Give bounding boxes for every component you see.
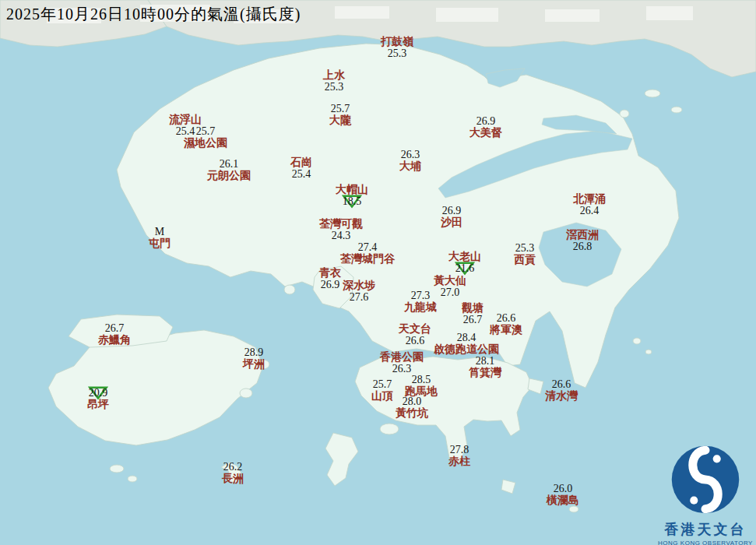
station-name: 黃大仙 <box>434 275 466 287</box>
station-label: 26.9大美督 <box>469 115 502 139</box>
station-label: 26.3大埔 <box>399 149 421 172</box>
hko-logo-icon <box>670 444 741 515</box>
station-label: 深水埗27.6 <box>343 280 375 303</box>
station-name: 濕地公園 <box>184 137 227 149</box>
station-temp: 26.9 <box>469 115 502 127</box>
station-name: 青衣 <box>319 267 341 279</box>
station-label: 28.1筲箕灣 <box>469 355 501 378</box>
station-name: 橫瀾島 <box>547 494 579 506</box>
station-name: 赤柱 <box>448 455 470 467</box>
station-label: 27.3九龍城 <box>404 290 437 313</box>
station-name: 北潭涌 <box>573 193 606 205</box>
station-label: 北潭涌26.4 <box>573 193 606 216</box>
station-label: 石崗25.4 <box>290 156 312 180</box>
station-temp: 25.4 <box>290 168 312 180</box>
station-name: 香港公園 <box>380 351 424 363</box>
station-name: 屯門 <box>149 237 171 249</box>
station-temp: 26.8 <box>566 241 599 252</box>
hko-logo-text-zh: 香港天文台 <box>648 520 756 539</box>
station-label: 大老山21.6 <box>448 251 481 274</box>
station-name: 赤鱲角 <box>98 334 131 346</box>
station-name: 深水埗 <box>343 280 375 291</box>
station-temp: 26.9 <box>319 279 341 290</box>
station-temp: 28.4 <box>434 332 499 343</box>
station-temp: 27.3 <box>404 290 437 301</box>
station-temp: 24.3 <box>319 230 363 241</box>
station-temp: 26.6 <box>399 335 431 346</box>
station-name: 打鼓嶺 <box>381 36 413 47</box>
station-name: 啟德跑道公園 <box>434 343 499 355</box>
station-label: 28.9坪洲 <box>243 346 265 370</box>
station-temp: 21.6 <box>448 262 481 274</box>
station-name: 大埔 <box>399 160 421 172</box>
station-temp: 27.0 <box>434 287 466 298</box>
station-name: 九龍城 <box>404 301 437 313</box>
station-name: 長洲 <box>222 473 244 484</box>
station-temp: 26.6 <box>490 312 522 324</box>
station-name: 沙田 <box>441 216 462 228</box>
station-temp: M <box>149 226 171 237</box>
station-label: 香港公園26.3 <box>380 351 424 374</box>
station-name: 觀塘 <box>462 302 483 314</box>
station-name: 元朗公園 <box>207 170 251 181</box>
station-labels-layer: 打鼓嶺25.3上水25.325.7大隴流浮山25.425.7濕地公園26.9大美… <box>0 0 756 545</box>
station-label: 26.1元朗公園 <box>207 158 251 181</box>
station-temp: 26.3 <box>399 149 421 160</box>
station-name: 天文台 <box>399 323 431 335</box>
station-label: 青衣26.9 <box>319 267 341 290</box>
station-label: 26.2長洲 <box>222 461 244 484</box>
station-name: 昂坪 <box>87 399 109 410</box>
station-label: 25.7濕地公園 <box>184 125 227 149</box>
station-label: 28.0黃竹坑 <box>396 396 428 419</box>
station-name: 流浮山 <box>169 114 202 125</box>
station-temp: 26.9 <box>441 205 462 216</box>
station-temp: 26.4 <box>573 205 606 216</box>
station-name: 石崗 <box>290 156 312 168</box>
station-temp: 26.0 <box>547 483 579 494</box>
hko-logo: 香港天文台 HONG KONG OBSERVATORY <box>648 444 756 545</box>
station-label: 25.3西貢 <box>514 242 536 265</box>
station-label: 打鼓嶺25.3 <box>381 36 413 59</box>
hko-logo-text-en: HONG KONG OBSERVATORY <box>648 540 756 545</box>
station-name: 大隴 <box>329 114 351 126</box>
station-name: 山頂 <box>371 390 393 402</box>
station-name: 坪洲 <box>243 358 265 370</box>
station-name: 大美督 <box>469 127 502 139</box>
station-temp: 25.3 <box>381 47 413 59</box>
station-temp: 20.9 <box>87 387 109 399</box>
temperature-map-screen: 2025年10月26日10時00分的氣溫(攝氏度) 打鼓嶺25.3上水25.32… <box>0 0 756 545</box>
station-temp: 25.7 <box>184 125 227 137</box>
station-label: 26.7赤鱲角 <box>98 322 131 346</box>
station-temp: 26.1 <box>207 158 251 170</box>
station-label: M屯門 <box>149 226 171 249</box>
station-temp: 18.5 <box>336 195 368 207</box>
station-label: 荃灣可觀24.3 <box>319 218 363 241</box>
station-temp: 28.5 <box>405 374 438 385</box>
station-temp: 25.7 <box>371 378 393 390</box>
station-label: 大帽山18.5 <box>336 184 368 207</box>
station-label: 天文台26.6 <box>399 323 431 346</box>
station-label: 26.6清水灣 <box>545 378 578 402</box>
station-label: 上水25.3 <box>323 69 345 93</box>
station-temp: 28.1 <box>469 355 501 367</box>
station-temp: 26.6 <box>545 378 578 390</box>
station-temp: 25.7 <box>329 103 351 114</box>
station-name: 清水灣 <box>545 390 578 402</box>
station-temp: 27.8 <box>448 444 470 455</box>
station-label: 黃大仙27.0 <box>434 275 466 298</box>
station-label: 28.4啟德跑道公園 <box>434 332 499 355</box>
station-name: 滘西洲 <box>566 229 599 241</box>
station-name: 西貢 <box>514 254 536 265</box>
station-label: 觀塘26.7 <box>462 302 483 325</box>
station-label: 27.4荃灣城門谷 <box>340 241 395 265</box>
station-label: 26.0橫瀾島 <box>547 483 579 506</box>
station-label: 25.7大隴 <box>329 103 351 126</box>
station-temp: 28.0 <box>396 396 428 407</box>
station-temp: 25.3 <box>514 242 536 254</box>
station-name: 荃灣城門谷 <box>340 253 395 265</box>
station-temp: 25.3 <box>323 81 345 93</box>
station-temp: 27.6 <box>343 291 375 303</box>
station-temp: 28.9 <box>243 346 265 358</box>
station-temp: 26.7 <box>98 322 131 334</box>
station-name: 黃竹坑 <box>396 407 428 419</box>
